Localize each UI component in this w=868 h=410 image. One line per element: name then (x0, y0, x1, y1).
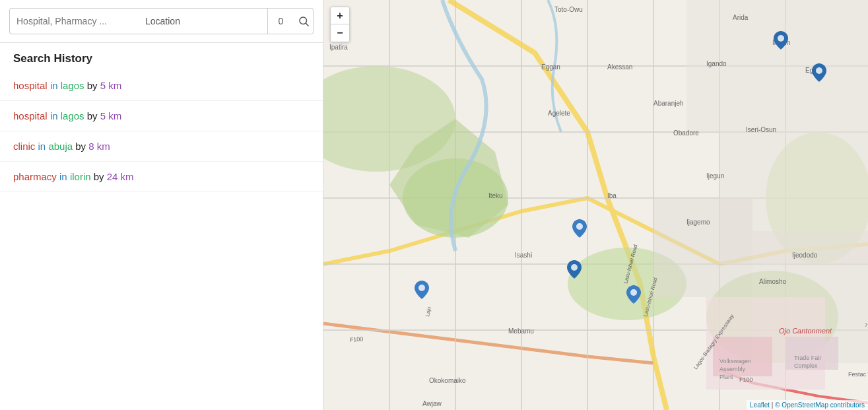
map-marker-5[interactable] (812, 63, 826, 82)
map-marker-6[interactable] (415, 281, 429, 299)
map-attribution: Leaflet | © OpenStreetMap contributors (747, 400, 868, 410)
svg-text:Iteku: Iteku (488, 192, 503, 199)
hist-keyword: hospital (13, 80, 48, 91)
search-button[interactable] (294, 8, 314, 34)
svg-text:Iseri-Osun: Iseri-Osun (746, 126, 776, 133)
location-input[interactable] (139, 8, 267, 34)
svg-text:Isashi: Isashi (515, 252, 532, 259)
svg-text:Plant: Plant (719, 374, 733, 380)
map-panel: Toto-Owu Arida Ikotun Egbe Igando Abaran… (323, 0, 868, 410)
map-marker-2[interactable] (626, 285, 641, 304)
history-item-3[interactable]: pharmacy in ilorin by 24 km (0, 162, 323, 192)
svg-text:Obadore: Obadore (673, 129, 699, 137)
hist-location: abuja (48, 141, 73, 152)
svg-text:Ipatira: Ipatira (329, 44, 348, 51)
svg-text:F100: F100 (349, 335, 363, 343)
svg-text:Mebamu: Mebamu (508, 327, 534, 335)
map-marker-4[interactable] (774, 31, 788, 50)
svg-text:Ijegun: Ijegun (706, 172, 724, 180)
hist-in: in (50, 110, 58, 121)
svg-text:7th: 7th (865, 322, 868, 328)
svg-text:Iba: Iba (607, 192, 617, 199)
svg-point-0 (300, 17, 307, 24)
hist-location: lagos (61, 80, 84, 91)
hist-in: in (59, 171, 67, 182)
map-background: Toto-Owu Arida Ikotun Egbe Igando Abaran… (323, 0, 868, 410)
hist-location: ilorin (70, 171, 91, 182)
svg-text:Complex: Complex (794, 362, 818, 369)
svg-text:Igando: Igando (706, 60, 727, 67)
hist-in: in (50, 80, 58, 91)
svg-text:Ojo Cantonment: Ojo Cantonment (779, 327, 832, 335)
hist-in: in (38, 141, 46, 152)
svg-point-66 (571, 264, 578, 271)
history-item-0[interactable]: hospital in lagos by 5 km (0, 71, 323, 101)
radius-input[interactable] (267, 8, 294, 34)
svg-text:Trade Fair: Trade Fair (794, 355, 821, 361)
hist-keyword: clinic (13, 141, 35, 152)
history-item-1[interactable]: hospital in lagos by 5 km (0, 101, 323, 131)
svg-text:Awjaw: Awjaw (422, 400, 442, 407)
svg-text:Ijeododo: Ijeododo (792, 252, 818, 259)
svg-text:Okokomaiko: Okokomaiko (429, 377, 466, 384)
svg-text:Volkswagen: Volkswagen (719, 358, 751, 364)
svg-text:Toto-Owu: Toto-Owu (554, 6, 583, 13)
hist-location: lagos (61, 110, 84, 121)
svg-text:Eggan: Eggan (541, 63, 560, 71)
svg-text:Arida: Arida (733, 14, 749, 21)
history-list: hospital in lagos by 5 kmhospital in lag… (0, 71, 323, 410)
svg-line-1 (306, 23, 308, 26)
hist-distance: 8 km (88, 141, 110, 152)
history-item-2[interactable]: clinic in abuja by 8 km (0, 131, 323, 162)
history-title: Search History (13, 52, 310, 65)
hist-by: by (94, 171, 107, 182)
svg-text:Ijagemo: Ijagemo (686, 219, 710, 226)
map-marker-1[interactable] (572, 219, 587, 238)
svg-point-68 (816, 67, 822, 74)
zoom-in-button[interactable]: + (331, 7, 349, 24)
hist-keyword: pharmacy (13, 171, 57, 182)
svg-point-65 (630, 289, 637, 296)
leaflet-link[interactable]: Leaflet (750, 401, 770, 409)
svg-point-64 (576, 223, 583, 230)
map-marker-3[interactable] (567, 260, 582, 279)
facility-input[interactable] (9, 8, 139, 34)
hist-distance: 5 km (100, 80, 122, 91)
svg-text:Alimosho: Alimosho (759, 278, 787, 285)
search-bar (0, 0, 323, 43)
svg-text:Abaranjeh: Abaranjeh (653, 100, 684, 107)
svg-text:Agelete: Agelete (548, 110, 570, 117)
hist-distance: 5 km (100, 110, 122, 121)
history-section: Search History (0, 43, 323, 71)
hist-by: by (87, 80, 100, 91)
hist-keyword: hospital (13, 110, 48, 121)
hist-distance: 24 km (107, 171, 134, 182)
hist-by: by (87, 110, 100, 121)
svg-point-67 (778, 35, 784, 42)
map-container: Toto-Owu Arida Ikotun Egbe Igando Abaran… (323, 0, 868, 410)
zoom-out-button[interactable]: − (331, 24, 349, 42)
hist-by: by (75, 141, 88, 152)
svg-text:F100: F100 (739, 376, 753, 383)
search-icon (298, 15, 310, 27)
map-zoom-controls: + − (330, 7, 350, 42)
left-panel: Search History hospital in lagos by 5 km… (0, 0, 323, 410)
svg-rect-23 (653, 198, 752, 297)
svg-point-69 (418, 285, 425, 291)
svg-text:Akessan: Akessan (607, 63, 632, 71)
svg-text:Festac Town: Festac Town (848, 371, 868, 378)
svg-text:Assembly: Assembly (719, 366, 746, 372)
osm-link[interactable]: © OpenStreetMap contributors (775, 401, 865, 409)
